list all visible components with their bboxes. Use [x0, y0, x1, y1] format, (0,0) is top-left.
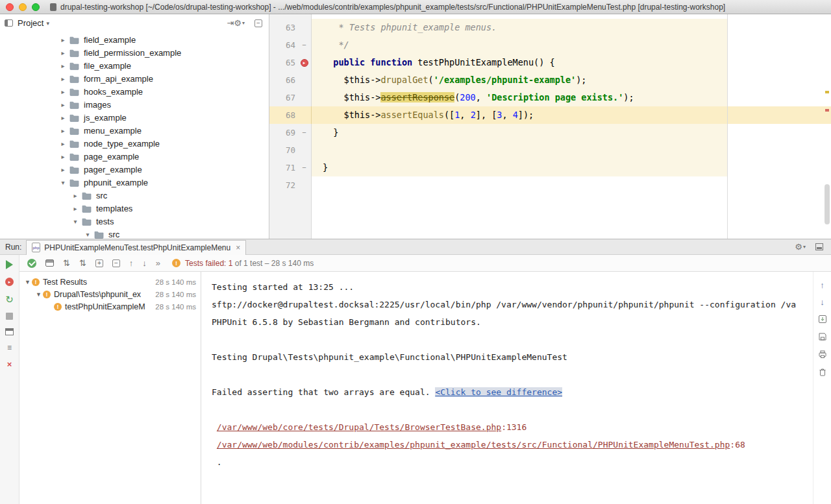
run-settings-gear-icon[interactable]: ⚙▾: [795, 243, 806, 251]
code-text[interactable]: }: [312, 159, 831, 176]
sort-alphabetically-icon[interactable]: ⇅: [79, 259, 86, 267]
code-line-63[interactable]: 63 * Tests phpunit_example menus.: [269, 19, 831, 36]
error-stripe-mark[interactable]: [825, 109, 829, 112]
editor[interactable]: 63 * Tests phpunit_example menus.64− */6…: [269, 14, 831, 239]
project-tree-item-images[interactable]: ▸images: [0, 98, 269, 111]
toggle-auto-test-icon[interactable]: ↻: [5, 294, 14, 304]
minimize-window-button[interactable]: [19, 3, 27, 11]
project-tree-item-form_api_example[interactable]: ▸form_api_example: [0, 72, 269, 85]
scroll-up-icon[interactable]: ↑: [820, 281, 825, 289]
scroll-from-source-icon[interactable]: ⇥: [227, 19, 234, 27]
code-line-64[interactable]: 64− */: [269, 36, 831, 54]
more-icon[interactable]: »: [156, 258, 160, 268]
rerun-failed-tests-icon[interactable]: ▸: [5, 278, 14, 286]
chevron-right-icon[interactable]: ▸: [58, 114, 68, 121]
run-tab[interactable]: php PHPUnitExampleMenuTest.testPhpUnitEx…: [26, 240, 246, 255]
code-line-67[interactable]: 67 $this->assertResponse(200, 'Descripti…: [269, 89, 831, 106]
project-tree-item-tests[interactable]: ▾tests: [0, 215, 269, 228]
fold-icon[interactable]: −: [297, 42, 311, 49]
project-tree-item-src[interactable]: ▾src: [0, 228, 269, 239]
hide-panel-icon[interactable]: [815, 243, 823, 250]
fold-icon[interactable]: −: [297, 164, 311, 171]
code-text[interactable]: * Tests phpunit_example menus.: [312, 19, 831, 36]
chevron-right-icon[interactable]: ▸: [58, 166, 68, 173]
code-text[interactable]: */: [312, 36, 831, 54]
pin-tab-icon[interactable]: ≡: [7, 344, 12, 352]
chevron-down-icon[interactable]: ▾: [46, 20, 49, 27]
chevron-right-icon[interactable]: ▸: [58, 101, 68, 108]
chevron-down-icon[interactable]: ▾: [71, 218, 80, 225]
project-tree-item-node_type_example[interactable]: ▸node_type_example: [0, 137, 269, 150]
rerun-test-icon[interactable]: [6, 260, 13, 269]
code-text[interactable]: public function testPhpUnitExampleMenu()…: [312, 54, 831, 71]
sort-by-duration-icon[interactable]: ⇅: [63, 259, 70, 267]
code-text[interactable]: $this->assertEquals([1, 2], [3, 4]);: [312, 106, 831, 124]
chevron-right-icon[interactable]: ▸: [58, 75, 68, 82]
chevron-right-icon[interactable]: ▸: [71, 192, 80, 199]
see-difference-link[interactable]: <Click to see difference>: [435, 387, 562, 397]
code-line-72[interactable]: 72: [269, 176, 831, 194]
project-tree-item-templates[interactable]: ▸templates: [0, 202, 269, 215]
code-text[interactable]: $this->drupalGet('/examples/phpunit-exam…: [312, 71, 831, 89]
code-line-70[interactable]: 70: [269, 141, 831, 159]
chevron-right-icon[interactable]: ▸: [71, 205, 80, 212]
project-tree-item-field_permission_example[interactable]: ▸field_permission_example: [0, 46, 269, 59]
project-tree-item-menu_example[interactable]: ▸menu_example: [0, 124, 269, 137]
project-tree-item-hooks_example[interactable]: ▸hooks_example: [0, 85, 269, 98]
restore-layout-icon[interactable]: [5, 328, 14, 335]
close-icon[interactable]: ×: [7, 360, 12, 368]
show-passed-icon[interactable]: [27, 259, 36, 268]
failed-test-marker-icon[interactable]: ▸: [297, 59, 311, 67]
code-text[interactable]: $this->assertResponse(200, 'Description …: [312, 89, 831, 106]
clear-icon[interactable]: [818, 367, 827, 376]
project-tree-item-page_example[interactable]: ▸page_example: [0, 150, 269, 163]
code-line-71[interactable]: 71−}: [269, 159, 831, 176]
chevron-right-icon[interactable]: ▸: [58, 140, 68, 147]
test-tree-row[interactable]: ▼!Test Results28 s 140 ms: [19, 276, 201, 288]
project-tree-item-js_example[interactable]: ▸js_example: [0, 111, 269, 124]
chevron-down-icon[interactable]: ▼: [34, 291, 43, 298]
export-results-icon[interactable]: [818, 315, 827, 324]
editor-scrollbar-thumb[interactable]: [825, 184, 830, 224]
chevron-right-icon[interactable]: ▸: [58, 62, 68, 69]
project-panel-title[interactable]: Project: [18, 18, 43, 28]
settings-gear-icon[interactable]: ⚙▾: [234, 19, 245, 27]
code-line-65[interactable]: 65▸ public function testPhpUnitExampleMe…: [269, 54, 831, 71]
test-tree-row[interactable]: !testPhpUnitExampleM28 s 140 ms: [19, 300, 201, 313]
chevron-down-icon[interactable]: ▾: [83, 231, 92, 238]
project-tree-item-pager_example[interactable]: ▸pager_example: [0, 163, 269, 176]
test-tree-row[interactable]: ▼!Drupal\Tests\phpunit_ex28 s 140 ms: [19, 288, 201, 300]
chevron-right-icon[interactable]: ▸: [58, 127, 68, 134]
chevron-right-icon[interactable]: ▸: [58, 49, 68, 56]
code-text[interactable]: }: [312, 124, 831, 141]
code-line-68[interactable]: 68 $this->assertEquals([1, 2], [3, 4]);: [269, 106, 831, 124]
expand-all-icon[interactable]: +: [95, 259, 103, 267]
chevron-down-icon[interactable]: ▾: [58, 179, 68, 186]
project-tree-item-phpunit_example[interactable]: ▾phpunit_example: [0, 176, 269, 189]
project-tree-item-field_example[interactable]: ▸field_example: [0, 33, 269, 46]
scroll-down-icon[interactable]: ↓: [820, 298, 825, 306]
collapse-all-icon[interactable]: −: [112, 259, 120, 267]
close-window-button[interactable]: [6, 3, 14, 11]
stacktrace-file-link[interactable]: /var/www/web/modules/contrib/examples/ph…: [217, 440, 730, 450]
chevron-right-icon[interactable]: ▸: [58, 153, 68, 160]
save-output-icon[interactable]: [818, 332, 827, 341]
collapse-all-icon[interactable]: −: [254, 19, 262, 27]
code-line-66[interactable]: 66 $this->drupalGet('/examples/phpunit-e…: [269, 71, 831, 89]
project-tree-item-file_example[interactable]: ▸file_example: [0, 59, 269, 72]
chevron-right-icon[interactable]: ▸: [58, 88, 68, 95]
code-line-69[interactable]: 69− }: [269, 124, 831, 141]
code-text[interactable]: [312, 176, 831, 194]
stop-icon[interactable]: [6, 313, 13, 320]
print-icon[interactable]: [818, 350, 827, 359]
warning-stripe-mark[interactable]: [825, 91, 829, 93]
next-failed-test-icon[interactable]: ↓: [142, 259, 147, 267]
stacktrace-file-link[interactable]: /var/www/web/core/tests/Drupal/Tests/Bro…: [217, 422, 501, 432]
zoom-window-button[interactable]: [32, 3, 40, 11]
previous-failed-test-icon[interactable]: ↑: [129, 259, 134, 267]
project-tree-item-src[interactable]: ▸src: [0, 189, 269, 202]
code-text[interactable]: [312, 141, 831, 159]
chevron-right-icon[interactable]: ▸: [58, 36, 68, 43]
chevron-down-icon[interactable]: ▼: [23, 279, 32, 285]
console-output[interactable]: Testing started at 13:25 ...sftp://docke…: [201, 272, 813, 504]
